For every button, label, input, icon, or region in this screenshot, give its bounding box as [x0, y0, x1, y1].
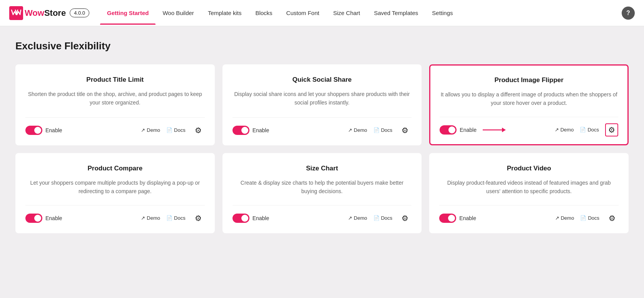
card-actions-product-title-limit: Enable ↗ Demo 📄 Docs ⚙: [25, 117, 205, 137]
toggle-wrap-product-video: Enable: [439, 214, 476, 223]
docs-icon: 📄: [580, 215, 586, 221]
external-link-icon: ↗: [555, 215, 559, 221]
docs-link-quick-social-share[interactable]: 📄 Docs: [373, 127, 393, 133]
card-actions-product-image-flipper: Enable ↗ Demo 📄 Docs ⚙: [440, 117, 618, 136]
settings-btn-quick-social-share[interactable]: ⚙: [398, 124, 411, 137]
docs-link-size-chart[interactable]: 📄 Docs: [373, 215, 393, 221]
docs-icon: 📄: [580, 127, 586, 133]
toggle-wrap-size-chart: Enable: [233, 214, 269, 223]
toggle-label-product-title-limit: Enable: [45, 127, 62, 133]
card-title-quick-social-share: Quick Social Share: [233, 76, 412, 84]
card-actions-product-video: Enable ↗ Demo 📄 Docs ⚙: [439, 205, 619, 225]
external-link-icon: ↗: [141, 215, 145, 221]
demo-link-size-chart[interactable]: ↗ Demo: [348, 215, 367, 221]
wowstore-logo-icon: [9, 6, 23, 20]
card-product-compare: Product Compare Let your shoppers compar…: [15, 153, 215, 233]
toggle-label-size-chart: Enable: [253, 215, 269, 221]
external-link-icon: ↗: [555, 127, 559, 133]
version-badge: 4.0.0: [70, 8, 89, 17]
toggle-label-quick-social-share: Enable: [253, 127, 269, 133]
toggle-wrap-product-image-flipper: Enable: [440, 125, 477, 135]
main-content: Exclusive Flexibility Product Title Limi…: [0, 26, 644, 247]
card-title-product-title-limit: Product Title Limit: [25, 76, 205, 84]
brand-logo[interactable]: WowStore: [9, 6, 66, 20]
card-desc-product-title-limit: Shorten the product title on the shop, a…: [25, 90, 205, 108]
external-link-icon: ↗: [141, 127, 145, 133]
arrow-indicator: [483, 126, 506, 134]
nav-getting-started[interactable]: Getting Started: [100, 1, 156, 25]
card-desc-product-image-flipper: It allows you to display a different ima…: [440, 90, 618, 108]
card-title-product-image-flipper: Product Image Flipper: [440, 76, 618, 84]
demo-link-product-image-flipper[interactable]: ↗ Demo: [555, 127, 574, 133]
card-product-title-limit: Product Title Limit Shorten the product …: [15, 64, 215, 145]
nav-blocks[interactable]: Blocks: [248, 1, 279, 25]
nav-woo-builder[interactable]: Woo Builder: [156, 1, 201, 25]
toggle-product-video[interactable]: [439, 214, 456, 223]
toggle-product-compare[interactable]: [25, 214, 42, 223]
card-product-video: Product Video Display product-featured v…: [429, 153, 629, 233]
card-quick-social-share: Quick Social Share Display social share …: [222, 64, 422, 145]
card-desc-product-video: Display product-featured videos instead …: [439, 178, 619, 196]
card-title-product-compare: Product Compare: [25, 165, 205, 172]
docs-link-product-compare[interactable]: 📄 Docs: [166, 215, 186, 221]
arrow-icon: [483, 126, 506, 134]
settings-btn-product-image-flipper[interactable]: ⚙: [605, 123, 618, 136]
toggle-product-title-limit[interactable]: [25, 126, 42, 135]
docs-icon: 📄: [166, 127, 172, 133]
card-desc-size-chart: Create & display size charts to help the…: [233, 178, 412, 196]
nav-settings[interactable]: Settings: [425, 1, 460, 25]
nav-custom-font[interactable]: Custom Font: [279, 1, 326, 25]
docs-icon: 📄: [373, 215, 380, 221]
toggle-quick-social-share[interactable]: [233, 126, 249, 135]
nav-saved-templates[interactable]: Saved Templates: [367, 1, 425, 25]
docs-icon: 📄: [373, 127, 380, 133]
external-link-icon: ↗: [348, 127, 352, 133]
toggle-size-chart[interactable]: [233, 214, 249, 223]
settings-btn-size-chart[interactable]: ⚙: [398, 212, 411, 225]
demo-link-product-video[interactable]: ↗ Demo: [555, 215, 574, 221]
toggle-label-product-image-flipper: Enable: [460, 127, 477, 133]
toggle-wrap-product-compare: Enable: [25, 214, 62, 223]
demo-link-product-compare[interactable]: ↗ Demo: [141, 215, 160, 221]
nav-size-chart[interactable]: Size Chart: [326, 1, 367, 25]
toggle-label-product-video: Enable: [459, 215, 476, 221]
docs-link-product-title-limit[interactable]: 📄 Docs: [166, 127, 186, 133]
docs-link-product-image-flipper[interactable]: 📄 Docs: [580, 127, 599, 133]
svg-marker-2: [502, 128, 506, 132]
navbar: WowStore 4.0.0 Getting Started Woo Build…: [0, 0, 644, 26]
card-title-size-chart: Size Chart: [233, 165, 412, 172]
settings-btn-product-title-limit[interactable]: ⚙: [192, 124, 205, 137]
nav-links: Getting Started Woo Builder Template kit…: [100, 1, 622, 25]
card-size-chart: Size Chart Create & display size charts …: [222, 153, 422, 233]
demo-link-product-title-limit[interactable]: ↗ Demo: [141, 127, 160, 133]
feature-grid: Product Title Limit Shorten the product …: [15, 64, 629, 233]
help-button[interactable]: ?: [622, 7, 635, 20]
toggle-wrap-quick-social-share: Enable: [233, 126, 269, 135]
card-title-product-video: Product Video: [439, 165, 619, 172]
settings-btn-product-compare[interactable]: ⚙: [192, 212, 205, 225]
demo-link-quick-social-share[interactable]: ↗ Demo: [348, 127, 367, 133]
nav-template-kits[interactable]: Template kits: [201, 1, 249, 25]
card-desc-quick-social-share: Display social share icons and let your …: [233, 90, 412, 108]
page-title: Exclusive Flexibility: [15, 40, 629, 52]
card-actions-size-chart: Enable ↗ Demo 📄 Docs ⚙: [233, 205, 412, 225]
docs-link-product-video[interactable]: 📄 Docs: [580, 215, 599, 221]
settings-btn-product-video[interactable]: ⚙: [606, 212, 619, 225]
toggle-wrap-product-title-limit: Enable: [25, 126, 62, 135]
toggle-product-image-flipper[interactable]: [440, 125, 457, 135]
card-desc-product-compare: Let your shoppers compare multiple produ…: [25, 178, 205, 196]
toggle-label-product-compare: Enable: [45, 215, 62, 221]
card-product-image-flipper: Product Image Flipper It allows you to d…: [429, 64, 629, 145]
brand: WowStore 4.0.0: [9, 6, 89, 20]
external-link-icon: ↗: [348, 215, 352, 221]
card-actions-quick-social-share: Enable ↗ Demo 📄 Docs ⚙: [233, 117, 412, 137]
card-actions-product-compare: Enable ↗ Demo 📄 Docs ⚙: [25, 205, 205, 225]
docs-icon: 📄: [166, 215, 172, 221]
